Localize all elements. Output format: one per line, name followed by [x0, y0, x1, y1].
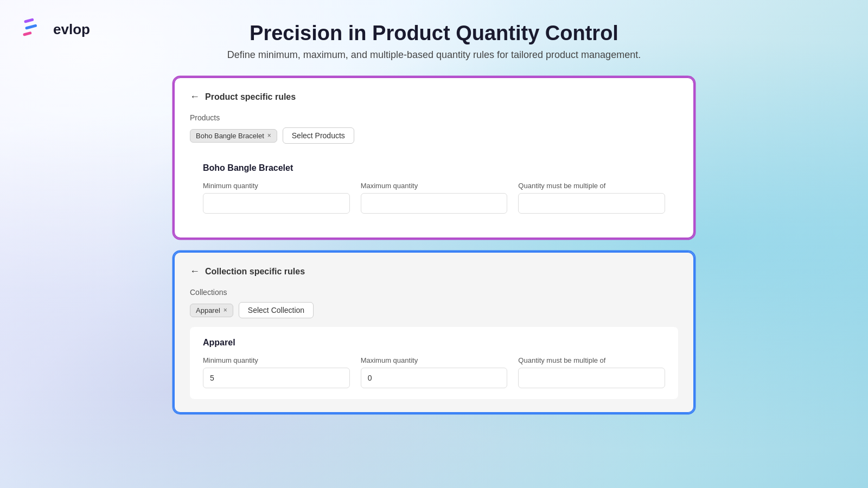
product-tag-close[interactable]: × [267, 132, 271, 139]
product-card-title: Product specific rules [205, 92, 296, 102]
collection-card-header: ← Collection specific rules [190, 266, 678, 277]
select-collection-button[interactable]: Select Collection [239, 302, 314, 318]
product-max-label: Maximum quantity [361, 182, 508, 190]
page-header: Precision in Product Quantity Control De… [22, 16, 846, 61]
collections-tag-row: Apparel × Select Collection [190, 302, 678, 318]
product-inner-title: Boho Bangle Bracelet [203, 163, 665, 173]
collection-min-group: Minimum quantity [203, 356, 350, 388]
collection-min-input[interactable] [203, 368, 350, 388]
product-rule-card: ← Product specific rules Products Boho B… [174, 77, 694, 239]
product-back-arrow[interactable]: ← [190, 91, 200, 102]
collection-min-label: Minimum quantity [203, 356, 350, 364]
product-min-group: Minimum quantity [203, 182, 350, 214]
product-inner-card: Boho Bangle Bracelet Minimum quantity Ma… [190, 152, 678, 224]
collection-tag-close[interactable]: × [224, 306, 227, 314]
product-min-input[interactable] [203, 193, 350, 214]
product-multiple-input[interactable] [518, 193, 665, 214]
collection-rule-card: ← Collection specific rules Collections … [174, 252, 694, 413]
collection-tag-label: Apparel [196, 306, 220, 314]
page-title: Precision in Product Quantity Control [250, 22, 618, 45]
collection-inner-title: Apparel [203, 338, 665, 348]
product-max-input[interactable] [361, 193, 508, 214]
collections-section-label: Collections [190, 288, 678, 297]
product-fields-row: Minimum quantity Maximum quantity Quanti… [203, 182, 665, 214]
product-tag: Boho Bangle Bracelet × [190, 129, 277, 143]
collection-multiple-input[interactable] [518, 368, 665, 388]
collection-back-arrow[interactable]: ← [190, 266, 200, 277]
product-multiple-label: Quantity must be multiple of [518, 182, 665, 190]
products-section-label: Products [190, 113, 678, 122]
collection-multiple-label: Quantity must be multiple of [518, 356, 665, 364]
select-products-button[interactable]: Select Products [283, 127, 354, 144]
product-max-group: Maximum quantity [361, 182, 508, 214]
product-card-header: ← Product specific rules [190, 91, 678, 102]
collection-multiple-group: Quantity must be multiple of [518, 356, 665, 388]
collection-max-label: Maximum quantity [361, 356, 508, 364]
collection-inner-card: Apparel Minimum quantity Maximum quantit… [190, 327, 678, 399]
collection-tag: Apparel × [190, 304, 233, 317]
collection-max-group: Maximum quantity [361, 356, 508, 388]
collection-card-title: Collection specific rules [205, 267, 305, 277]
product-tag-label: Boho Bangle Bracelet [196, 132, 264, 140]
product-multiple-group: Quantity must be multiple of [518, 182, 665, 214]
products-tag-row: Boho Bangle Bracelet × Select Products [190, 127, 678, 144]
collection-max-input[interactable] [361, 368, 508, 388]
page-subtitle: Define minimum, maximum, and multiple-ba… [227, 49, 641, 61]
collection-fields-row: Minimum quantity Maximum quantity Quanti… [203, 356, 665, 388]
product-min-label: Minimum quantity [203, 182, 350, 190]
main-content: ← Product specific rules Products Boho B… [174, 77, 694, 413]
